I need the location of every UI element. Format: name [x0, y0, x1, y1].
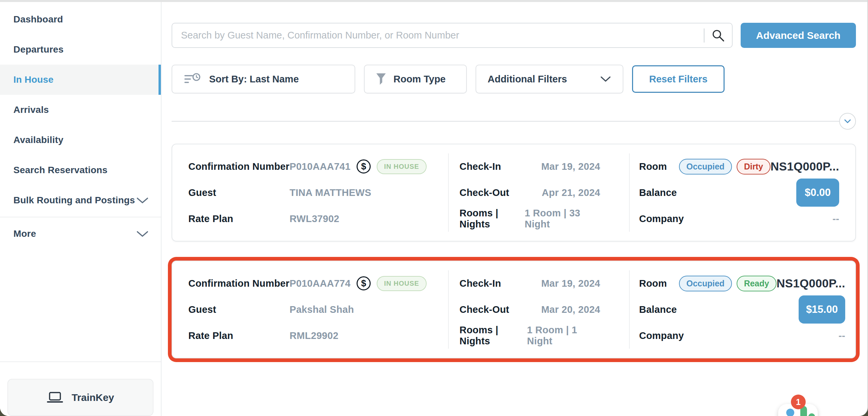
room-type-button[interactable]: Room Type — [364, 65, 467, 93]
room-type-label: Room Type — [394, 74, 446, 85]
room-row: Room Occupied Ready NS1Q000P... — [639, 270, 845, 296]
sidebar-item-label: In House — [13, 74, 54, 85]
sort-by-button[interactable]: Sort By: Last Name — [172, 65, 355, 93]
trainkey-button[interactable]: TrainKey — [7, 379, 154, 416]
folio-dollar-icon[interactable]: $ — [356, 276, 371, 290]
company-label: Company — [639, 330, 684, 341]
rooms-nights-value: 1 Room | 1 Night — [527, 325, 600, 347]
balance-label: Balance — [639, 304, 677, 315]
confirmation-row: Confirmation Number P010AAA774 $ IN HOUS… — [188, 270, 435, 296]
rooms-nights-row: Rooms | Nights 1 Room | 33 Night — [460, 206, 600, 232]
people-icon — [786, 409, 794, 416]
reset-filters-button[interactable]: Reset Filters — [632, 65, 724, 93]
status-badge: IN HOUSE — [377, 276, 427, 291]
divider-line — [172, 121, 840, 122]
sidebar-item-label: More — [13, 228, 36, 239]
reservation-card-highlighted[interactable]: Confirmation Number P010AAA774 $ IN HOUS… — [172, 261, 856, 358]
check-out-value: Mar 20, 2024 — [541, 304, 600, 315]
sidebar-item-in-house[interactable]: In House — [0, 65, 161, 95]
rate-plan-value: RML29902 — [289, 330, 339, 341]
rooms-nights-value: 1 Room | 33 Night — [525, 208, 600, 230]
guest-label: Guest — [188, 304, 289, 315]
reservation-card[interactable]: Confirmation Number P010AAA741 $ IN HOUS… — [172, 144, 856, 242]
guest-value: TINA MATTHEWS — [289, 187, 371, 198]
balance-button[interactable]: $0.00 — [796, 179, 839, 207]
sidebar-footer-divider — [0, 361, 161, 362]
search-button[interactable] — [705, 24, 732, 47]
notification-badge: 1 — [791, 394, 806, 409]
check-out-row: Check-Out Apr 21, 2024 — [460, 180, 600, 206]
check-in-value: Mar 19, 2024 — [541, 278, 600, 289]
sidebar-item-departures[interactable]: Departures — [0, 34, 161, 65]
occupancy-status-pill: Occupied — [679, 159, 732, 174]
guest-row: Guest Pakshal Shah — [188, 296, 435, 323]
card-stay-column: Check-In Mar 19, 2024 Check-Out Apr 21, … — [448, 153, 629, 232]
folio-dollar-icon[interactable]: $ — [356, 159, 371, 173]
company-row: Company -- — [639, 206, 839, 232]
search-box — [172, 23, 733, 48]
active-item-accent-bar — [158, 65, 161, 95]
company-value: -- — [833, 213, 839, 224]
room-label: Room — [639, 161, 667, 172]
laptop-icon — [47, 391, 63, 404]
reservation-list: Confirmation Number P010AAA741 $ IN HOUS… — [172, 144, 856, 358]
confirmation-value: P010AAA774 — [289, 278, 350, 289]
check-in-label: Check-In — [460, 278, 501, 289]
check-out-label: Check-Out — [460, 304, 509, 315]
sidebar-item-availability[interactable]: Availability — [0, 125, 161, 155]
sidebar-item-arrivals[interactable]: Arrivals — [0, 95, 161, 125]
confirmation-label: Confirmation Number — [188, 161, 289, 172]
collapse-row — [172, 113, 856, 130]
housekeeping-status-pill: Ready — [737, 276, 776, 291]
sidebar-item-bulk-routing[interactable]: Bulk Routing and Postings — [0, 185, 161, 215]
chevron-down-icon — [844, 119, 851, 124]
chat-widget-button[interactable]: 1 — [778, 404, 818, 416]
balance-label: Balance — [639, 187, 677, 198]
balance-button[interactable]: $15.00 — [799, 295, 845, 324]
room-label: Room — [639, 278, 667, 289]
search-input[interactable] — [172, 30, 704, 41]
additional-filters-label: Additional Filters — [488, 74, 567, 85]
app-window: Dashboard Departures In House Arrivals A… — [0, 0, 868, 416]
room-number: NS1Q000P... — [776, 277, 845, 290]
sidebar-item-more[interactable]: More — [0, 219, 161, 249]
sidebar-item-label: Arrivals — [13, 104, 49, 115]
chevron-down-icon — [600, 76, 611, 83]
confirmation-value: P010AAA741 — [289, 161, 350, 172]
sidebar-item-label: Bulk Routing and Postings — [13, 195, 135, 206]
rate-plan-label: Rate Plan — [188, 330, 289, 341]
sidebar-item-dashboard[interactable]: Dashboard — [0, 4, 161, 34]
check-out-label: Check-Out — [460, 187, 509, 198]
sidebar-item-label: Departures — [13, 44, 64, 55]
card-guest-column: Confirmation Number P010AAA741 $ IN HOUS… — [172, 153, 448, 232]
sidebar-item-label: Search Reservations — [13, 165, 107, 175]
guest-label: Guest — [188, 187, 289, 198]
check-in-label: Check-In — [460, 161, 501, 172]
sidebar-divider — [0, 217, 161, 217]
filter-funnel-icon — [376, 73, 386, 85]
balance-row: Balance $15.00 — [639, 296, 845, 323]
housekeeping-status-pill: Dirty — [737, 159, 771, 174]
occupancy-status-pill: Occupied — [679, 276, 732, 291]
sort-icon — [184, 73, 202, 85]
advanced-search-button[interactable]: Advanced Search — [741, 23, 856, 48]
guest-value: Pakshal Shah — [289, 304, 354, 315]
sidebar-item-search-reservations[interactable]: Search Reservations — [0, 155, 161, 185]
additional-filters-button[interactable]: Additional Filters — [475, 65, 623, 93]
sidebar-item-label: Dashboard — [13, 14, 63, 25]
check-out-value: Apr 21, 2024 — [542, 187, 600, 198]
sidebar-nav: Dashboard Departures In House Arrivals A… — [0, 2, 161, 249]
search-row: Advanced Search — [172, 23, 856, 48]
rate-plan-row: Rate Plan RWL37902 — [188, 206, 435, 232]
rate-plan-row: Rate Plan RML29902 — [188, 323, 435, 349]
card-guest-column: Confirmation Number P010AAA774 $ IN HOUS… — [172, 270, 448, 349]
company-label: Company — [639, 213, 684, 224]
card-room-column: Room Occupied Dirty NS1Q000P... Balance — [629, 153, 855, 232]
collapse-toggle-button[interactable] — [839, 113, 856, 130]
rooms-nights-label: Rooms | Nights — [460, 325, 527, 347]
rate-plan-value: RWL37902 — [289, 213, 340, 224]
guest-row: Guest TINA MATTHEWS — [188, 180, 435, 206]
check-in-row: Check-In Mar 19, 2024 — [460, 153, 600, 180]
status-badge: IN HOUSE — [377, 159, 427, 174]
confirmation-label: Confirmation Number — [188, 278, 289, 289]
